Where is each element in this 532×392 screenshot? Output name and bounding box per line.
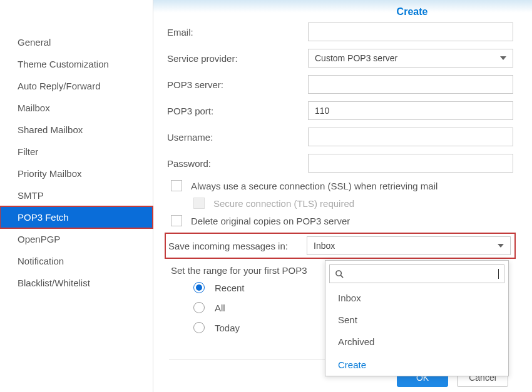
- range-radio-recent-label: Recent: [215, 283, 245, 293]
- delete-checkbox[interactable]: [171, 215, 182, 226]
- delete-label: Delete original copies on POP3 server: [191, 216, 350, 226]
- range-radio-recent[interactable]: [193, 282, 205, 293]
- ssl-checkbox[interactable]: [171, 180, 182, 191]
- port-input[interactable]: [308, 101, 513, 120]
- sidebar-item-filter[interactable]: Filter: [0, 141, 153, 163]
- save-select[interactable]: Inbox: [307, 236, 511, 255]
- sidebar-item-notification[interactable]: Notification: [0, 250, 153, 272]
- range-radio-all-label: All: [215, 303, 225, 313]
- folder-dropdown-panel: Inbox Sent Archived Create: [325, 260, 509, 376]
- save-value: Inbox: [314, 241, 335, 251]
- password-label: Password:: [167, 158, 308, 169]
- password-input[interactable]: [308, 154, 513, 173]
- range-radio-today-label: Today: [215, 323, 240, 333]
- sidebar-item-openpgp[interactable]: OpenPGP: [0, 228, 153, 250]
- tls-label: Secure connection (TLS) required: [213, 198, 354, 209]
- email-label: Email:: [167, 27, 308, 38]
- range-radio-all[interactable]: [193, 302, 205, 313]
- dropdown-option-sent[interactable]: Sent: [325, 309, 508, 331]
- provider-label: Service provider:: [167, 53, 308, 64]
- sidebar-item-auto-reply-forward[interactable]: Auto Reply/Forward: [0, 75, 153, 97]
- search-icon: [335, 269, 344, 279]
- sidebar: General Theme Customization Auto Reply/F…: [0, 0, 153, 392]
- range-radio-today[interactable]: [193, 322, 205, 333]
- dropdown-option-archived[interactable]: Archived: [325, 331, 508, 353]
- dropdown-search-input[interactable]: [348, 269, 497, 279]
- sidebar-item-blacklist-whitelist[interactable]: Blacklist/Whitelist: [0, 272, 153, 294]
- server-label: POP3 server:: [167, 79, 308, 90]
- dropdown-option-inbox[interactable]: Inbox: [325, 287, 508, 309]
- port-label: POP3 port:: [167, 106, 308, 116]
- username-input[interactable]: [308, 128, 513, 146]
- sidebar-item-pop3-fetch[interactable]: POP3 Fetch: [0, 206, 153, 228]
- save-row-highlight: Save incoming messages in: Inbox: [165, 233, 516, 259]
- form-title: Create: [311, 3, 513, 23]
- svg-line-1: [340, 275, 343, 278]
- svg-point-0: [336, 270, 341, 275]
- server-input[interactable]: [308, 75, 513, 94]
- sidebar-item-theme-customization[interactable]: Theme Customization: [0, 53, 153, 75]
- save-label: Save incoming messages in:: [168, 241, 307, 251]
- caret-down-icon: [500, 56, 506, 60]
- provider-select[interactable]: Custom POP3 server: [308, 49, 513, 68]
- username-label: Username:: [167, 132, 308, 143]
- dropdown-search-box[interactable]: [329, 264, 504, 283]
- sidebar-item-mailbox[interactable]: Mailbox: [0, 97, 153, 119]
- sidebar-item-priority-mailbox[interactable]: Priority Mailbox: [0, 163, 153, 184]
- sidebar-item-general[interactable]: General: [0, 31, 153, 53]
- email-input[interactable]: [308, 23, 513, 41]
- ssl-label: Always use a secure connection (SSL) whe…: [191, 181, 437, 191]
- text-cursor: [498, 269, 499, 279]
- sidebar-item-shared-mailbox[interactable]: Shared Mailbox: [0, 119, 153, 141]
- provider-value: Custom POP3 server: [315, 53, 397, 63]
- caret-down-icon: [498, 244, 504, 248]
- sidebar-item-smtp[interactable]: SMTP: [0, 184, 153, 206]
- tls-checkbox: [193, 198, 205, 209]
- dropdown-option-create[interactable]: Create: [325, 353, 508, 376]
